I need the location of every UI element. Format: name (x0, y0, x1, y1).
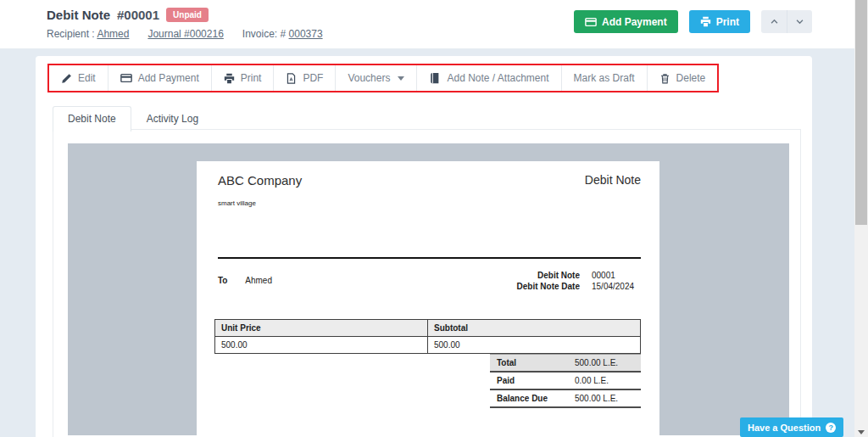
status-badge: Unpaid (166, 8, 209, 22)
scrollbar-thumb[interactable] (855, 0, 867, 225)
add-payment-button[interactable]: Add Payment (574, 10, 678, 33)
add-payment-toolbar-label: Add Payment (138, 72, 199, 84)
total-label: Total (497, 358, 575, 367)
recipient-row: To Ahmed (218, 276, 272, 285)
mark-as-draft-button[interactable]: Mark as Draft (562, 65, 648, 91)
tab-content: ABC Company Debit Note smart village To … (53, 129, 801, 437)
doc-number: #00001 (117, 8, 159, 22)
balance-due-row: Balance Due 500.00 L.E. (490, 390, 641, 408)
chevron-down-icon[interactable] (787, 10, 812, 33)
cell-unit-price: 500.00 (215, 337, 428, 354)
paid-value: 0.00 L.E. (575, 376, 634, 385)
add-note-attachment-label: Add Note / Attachment (447, 72, 548, 84)
pdf-label: PDF (303, 72, 323, 84)
column-header-subtotal: Subtotal (428, 320, 641, 337)
print-toolbar-label: Print (241, 72, 262, 84)
delete-button[interactable]: Delete (648, 65, 718, 91)
tab-activity-log[interactable]: Activity Log (131, 106, 214, 131)
meta-label: Debit Note (517, 271, 580, 280)
vouchers-dropdown[interactable]: Vouchers (336, 65, 417, 91)
vertical-scrollbar[interactable] (854, 0, 868, 437)
document-header: ABC Company Debit Note (218, 173, 641, 188)
question-circle-icon: ? (826, 423, 836, 433)
trash-icon (659, 73, 670, 84)
total-value: 500.00 L.E. (575, 358, 634, 367)
paid-row: Paid 0.00 L.E. (490, 373, 641, 390)
have-a-question-label: Have a Question (748, 423, 821, 433)
vouchers-label: Vouchers (348, 72, 390, 84)
document-divider (218, 257, 641, 259)
tab-debit-note[interactable]: Debit Note (53, 106, 131, 132)
balance-due-value: 500.00 L.E. (575, 394, 634, 403)
file-pdf-icon (286, 73, 297, 84)
book-icon (429, 72, 441, 84)
company-name: ABC Company (218, 173, 302, 188)
add-payment-label: Add Payment (602, 16, 667, 28)
column-header-unit-price: Unit Price (215, 320, 428, 337)
add-note-attachment-button[interactable]: Add Note / Attachment (417, 65, 561, 91)
document-preview-area: ABC Company Debit Note smart village To … (68, 143, 789, 435)
delete-label: Delete (676, 72, 706, 84)
recipient-label: Recipient : (47, 28, 95, 40)
invoice-link[interactable]: 000373 (289, 28, 323, 40)
pdf-button[interactable]: PDF (274, 65, 336, 91)
debit-note-document: ABC Company Debit Note smart village To … (197, 161, 659, 435)
cell-subtotal: 500.00 (428, 337, 641, 354)
invoice-group: Invoice: # 000373 (242, 28, 323, 40)
document-toolbar: Edit Add Payment Print PDF Vouchers (47, 64, 719, 92)
meta-value: 00001 (592, 271, 641, 280)
page-title: Debit Note (47, 8, 110, 22)
document-meta: Debit Note 00001 Debit Note Date 15/04/2… (517, 271, 641, 291)
scroll-down-arrow-icon[interactable] (854, 430, 868, 434)
topbar-actions: Add Payment Print (574, 10, 812, 33)
meta-label: Debit Note Date (517, 282, 580, 291)
caret-down-icon (398, 76, 404, 81)
table-header-row: Unit Price Subtotal (215, 320, 641, 337)
line-items-table: Unit Price Subtotal 500.00 500.00 (214, 319, 641, 354)
credit-card-icon (585, 16, 597, 28)
total-row: Total 500.00 L.E. (490, 354, 641, 373)
invoice-label: Invoice: # (242, 28, 286, 40)
paid-label: Paid (497, 376, 575, 385)
recipient-link[interactable]: Ahmed (97, 28, 129, 40)
edit-label: Edit (78, 72, 96, 84)
pencil-icon (61, 73, 72, 84)
have-a-question-button[interactable]: Have a Question ? (740, 417, 843, 437)
prev-next-group (761, 10, 812, 33)
balance-due-label: Balance Due (497, 394, 575, 403)
edit-button[interactable]: Edit (49, 65, 108, 91)
mark-as-draft-label: Mark as Draft (574, 72, 635, 84)
meta-value: 15/04/2024 (592, 282, 641, 291)
recipient-group: Recipient : Ahmed (47, 28, 129, 40)
credit-card-icon (120, 72, 132, 84)
top-header-bar: Debit Note #00001 Unpaid Recipient : Ahm… (0, 0, 854, 49)
print-toolbar-button[interactable]: Print (212, 65, 275, 91)
print-button[interactable]: Print (689, 10, 750, 33)
printer-icon (700, 16, 711, 27)
printer-icon (224, 73, 235, 84)
table-row: 500.00 500.00 (215, 337, 641, 354)
company-address: smart village (218, 199, 256, 207)
totals-table: Total 500.00 L.E. Paid 0.00 L.E. Balance… (490, 354, 641, 408)
to-name: Ahmed (245, 276, 272, 285)
breadcrumb: Recipient : Ahmed Journal #000216 Invoic… (47, 28, 323, 40)
add-payment-toolbar-button[interactable]: Add Payment (108, 65, 212, 91)
print-label: Print (716, 16, 739, 28)
chevron-up-icon[interactable] (761, 10, 787, 33)
tab-bar: Debit Note Activity Log (53, 106, 214, 131)
title-line: Debit Note #00001 Unpaid (47, 8, 209, 22)
journal-link[interactable]: Journal #000216 (147, 28, 223, 40)
document-type-title: Debit Note (585, 173, 641, 187)
to-label: To (218, 276, 227, 285)
main-card: Edit Add Payment Print PDF Vouchers (36, 56, 812, 437)
